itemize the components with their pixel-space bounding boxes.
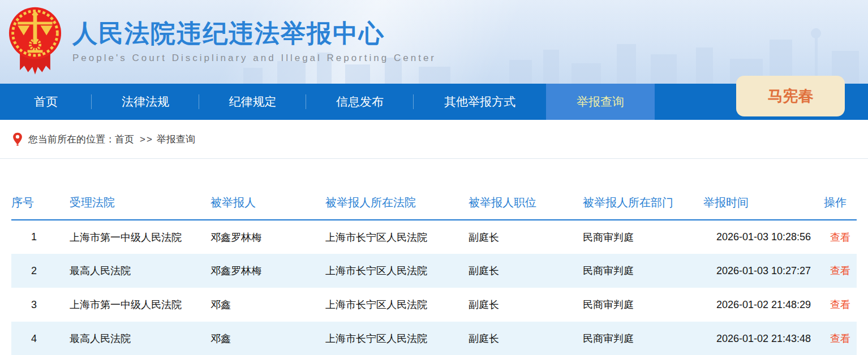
cell-department: 民商审判庭 xyxy=(583,288,703,322)
nav-item-other-report-methods[interactable]: 其他举报方式 xyxy=(414,84,546,120)
cell-position: 副庭长 xyxy=(469,220,583,254)
cell-reported-court: 上海市长宁区人民法院 xyxy=(325,254,469,288)
cell-department: 民商审判庭 xyxy=(583,220,703,254)
nav-item-information[interactable]: 信息发布 xyxy=(306,84,414,120)
cell-seq: 1 xyxy=(11,220,57,254)
cell-reported-person: 邓鑫 xyxy=(210,288,325,322)
col-header-report-time: 举报时间 xyxy=(703,195,824,220)
view-link[interactable]: 查看 xyxy=(830,299,850,310)
nav-item-report-query[interactable]: 举报查询 xyxy=(546,84,655,120)
site-header: 人民法院违纪违法举报中心 People's Court Disciplinary… xyxy=(0,0,868,84)
breadcrumb-current[interactable]: 举报查询 xyxy=(157,134,195,145)
view-link[interactable]: 查看 xyxy=(830,265,850,276)
site-title: 人民法院违纪违法举报中心 xyxy=(72,20,436,47)
cell-report-time: 2026-01-02 21:43:48 xyxy=(703,322,824,355)
cell-reported-court: 上海市长宁区人民法院 xyxy=(325,220,469,254)
col-header-reported-court: 被举报人所在法院 xyxy=(325,195,469,220)
cell-seq: 4 xyxy=(11,322,57,355)
cell-accepting-court: 最高人民法院 xyxy=(57,254,210,288)
cell-reported-person: 邓鑫罗林梅 xyxy=(210,254,325,288)
cell-reported-person: 邓鑫 xyxy=(210,322,325,355)
nav-item-discipline-rules[interactable]: 纪律规定 xyxy=(199,84,306,120)
cell-accepting-court: 最高人民法院 xyxy=(57,322,210,355)
table-row: 4 最高人民法院 邓鑫 上海市长宁区人民法院 副庭长 民商审判庭 2026-01… xyxy=(11,322,857,355)
site-subtitle: People's Court Disciplinary and Illegal … xyxy=(72,53,436,64)
breadcrumb-prefix: 您当前所在的位置： xyxy=(28,134,115,145)
table-header-row: 序号 受理法院 被举报人 被举报人所在法院 被举报人职位 被举报人所在部门 举报… xyxy=(11,195,857,220)
nav-item-laws[interactable]: 法律法规 xyxy=(92,84,199,120)
view-link[interactable]: 查看 xyxy=(830,232,850,243)
location-pin-icon xyxy=(12,132,23,146)
breadcrumb-separator: >> xyxy=(140,134,153,145)
col-header-department: 被举报人所在部门 xyxy=(583,195,703,220)
breadcrumb: 您当前所在的位置：首页>>举报查询 xyxy=(0,120,868,159)
col-header-seq: 序号 xyxy=(11,195,57,220)
breadcrumb-home-link[interactable]: 首页 xyxy=(115,134,134,145)
cell-report-time: 2026-01-03 10:28:56 xyxy=(703,220,824,254)
cell-reported-court: 上海市长宁区人民法院 xyxy=(325,288,469,322)
cell-seq: 3 xyxy=(11,288,57,322)
main-nav: 首页 法律法规 纪律规定 信息发布 其他举报方式 举报查询 马宪春 xyxy=(0,84,868,120)
cell-position: 副庭长 xyxy=(469,288,583,322)
cell-position: 副庭长 xyxy=(469,254,583,288)
court-emblem-logo xyxy=(8,6,62,80)
user-name-badge[interactable]: 马宪春 xyxy=(736,76,845,116)
cell-reported-person: 邓鑫罗林梅 xyxy=(210,220,325,254)
cell-reported-court: 上海市长宁区人民法院 xyxy=(325,322,469,355)
col-header-accepting-court: 受理法院 xyxy=(57,195,210,220)
cell-accepting-court: 上海市第一中级人民法院 xyxy=(57,220,210,254)
view-link[interactable]: 查看 xyxy=(830,333,850,344)
table-row: 3 上海市第一中级人民法院 邓鑫 上海市长宁区人民法院 副庭长 民商审判庭 20… xyxy=(11,288,857,322)
cell-seq: 2 xyxy=(11,254,57,288)
table-row: 2 最高人民法院 邓鑫罗林梅 上海市长宁区人民法院 副庭长 民商审判庭 2026… xyxy=(11,254,857,288)
col-header-reported-person: 被举报人 xyxy=(210,195,325,220)
col-header-action: 操作 xyxy=(824,195,857,220)
report-query-table: 序号 受理法院 被举报人 被举报人所在法院 被举报人职位 被举报人所在部门 举报… xyxy=(11,195,857,355)
table-row: 1 上海市第一中级人民法院 邓鑫罗林梅 上海市长宁区人民法院 副庭长 民商审判庭… xyxy=(11,220,857,254)
col-header-position: 被举报人职位 xyxy=(469,195,583,220)
nav-item-home[interactable]: 首页 xyxy=(0,84,92,120)
cell-report-time: 2026-01-02 21:48:29 xyxy=(703,288,824,322)
cell-report-time: 2026-01-03 10:27:27 xyxy=(703,254,824,288)
cell-position: 副庭长 xyxy=(469,322,583,355)
cell-department: 民商审判庭 xyxy=(583,322,703,355)
cell-accepting-court: 上海市第一中级人民法院 xyxy=(57,288,210,322)
cell-department: 民商审判庭 xyxy=(583,254,703,288)
